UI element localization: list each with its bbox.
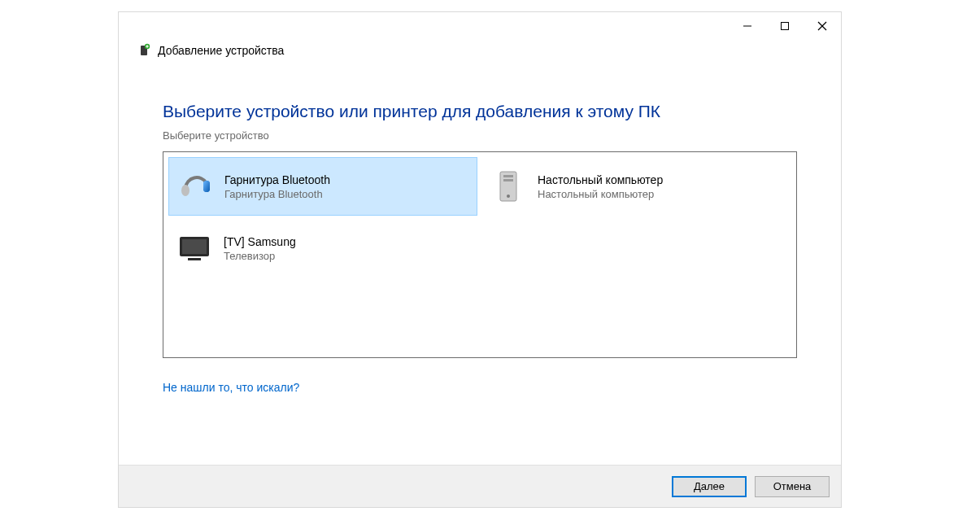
dialog-header: Добавление устройства: [119, 40, 841, 63]
main-heading: Выберите устройство или принтер для доба…: [163, 102, 797, 121]
device-type: Гарнитура Bluetooth: [224, 188, 330, 200]
help-link[interactable]: Не нашли то, что искали?: [163, 381, 299, 394]
headset-icon: [176, 167, 215, 206]
titlebar: [119, 12, 841, 40]
device-item-tv[interactable]: [TV] Samsung Телевизор: [168, 219, 477, 278]
svg-rect-12: [503, 175, 513, 177]
dialog-content: Выберите устройство или принтер для доба…: [119, 63, 841, 465]
device-type: Настольный компьютер: [538, 188, 663, 200]
svg-rect-10: [203, 181, 210, 192]
minimize-button[interactable]: [729, 13, 766, 39]
device-item-desktop[interactable]: Настольный компьютер Настольный компьюте…: [482, 157, 791, 216]
desktop-icon: [489, 167, 528, 206]
svg-point-8: [181, 185, 189, 196]
dialog-title: Добавление устройства: [158, 44, 284, 57]
svg-rect-17: [188, 258, 201, 260]
svg-rect-16: [182, 239, 207, 254]
next-button[interactable]: Далее: [672, 476, 747, 497]
dialog-footer: Далее Отмена: [119, 465, 841, 507]
svg-point-14: [507, 195, 510, 198]
device-name: Гарнитура Bluetooth: [224, 173, 330, 186]
device-type: Телевизор: [224, 250, 296, 262]
add-device-dialog: Добавление устройства Выберите устройств…: [118, 11, 842, 508]
device-name: Настольный компьютер: [538, 173, 663, 186]
add-device-icon: [137, 43, 151, 58]
tv-icon: [175, 229, 214, 268]
device-list: Гарнитура Bluetooth Гарнитура Bluetooth …: [163, 151, 797, 358]
sub-heading: Выберите устройство: [163, 129, 797, 142]
svg-rect-1: [782, 23, 789, 30]
device-name: [TV] Samsung: [224, 235, 296, 248]
maximize-button[interactable]: [766, 13, 804, 39]
close-button[interactable]: [804, 13, 841, 39]
svg-rect-13: [503, 179, 513, 181]
device-item-bluetooth-headset[interactable]: Гарнитура Bluetooth Гарнитура Bluetooth: [168, 157, 477, 216]
cancel-button[interactable]: Отмена: [755, 476, 830, 497]
